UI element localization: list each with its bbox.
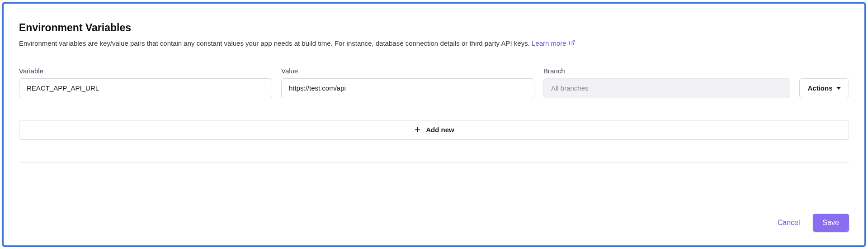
learn-more-label: Learn more <box>532 38 566 49</box>
branch-selected-value: All branches <box>551 84 589 92</box>
value-label: Value <box>281 67 534 75</box>
actions-menu-button[interactable]: Actions <box>799 78 849 98</box>
footer-buttons: Cancel Save <box>19 200 849 232</box>
cancel-button[interactable]: Cancel <box>778 219 800 227</box>
add-new-label: Add new <box>426 126 454 134</box>
env-variables-panel: Environment Variables Environment variab… <box>2 2 866 247</box>
value-field-group: Value <box>281 67 534 98</box>
save-button[interactable]: Save <box>813 214 849 232</box>
variable-field-group: Variable <box>19 67 272 98</box>
variable-label: Variable <box>19 67 272 75</box>
external-link-icon <box>569 38 575 49</box>
learn-more-link[interactable]: Learn more <box>532 38 575 49</box>
branch-field-group: Branch All branches <box>543 67 790 98</box>
section-description-text: Environment variables are key/value pair… <box>19 39 530 47</box>
value-input[interactable] <box>281 78 534 98</box>
actions-menu-label: Actions <box>807 84 832 92</box>
env-var-row: Variable Value Branch All branches Actio… <box>19 67 849 98</box>
chevron-down-icon <box>836 87 841 90</box>
section-description: Environment variables are key/value pair… <box>19 38 849 49</box>
add-new-button[interactable]: Add new <box>19 120 849 140</box>
section-divider <box>19 163 849 163</box>
branch-select[interactable]: All branches <box>543 78 790 98</box>
section-title: Environment Variables <box>19 22 849 34</box>
variable-input[interactable] <box>19 78 272 98</box>
plus-icon <box>414 126 421 134</box>
svg-line-0 <box>571 40 574 43</box>
branch-label: Branch <box>543 67 790 75</box>
